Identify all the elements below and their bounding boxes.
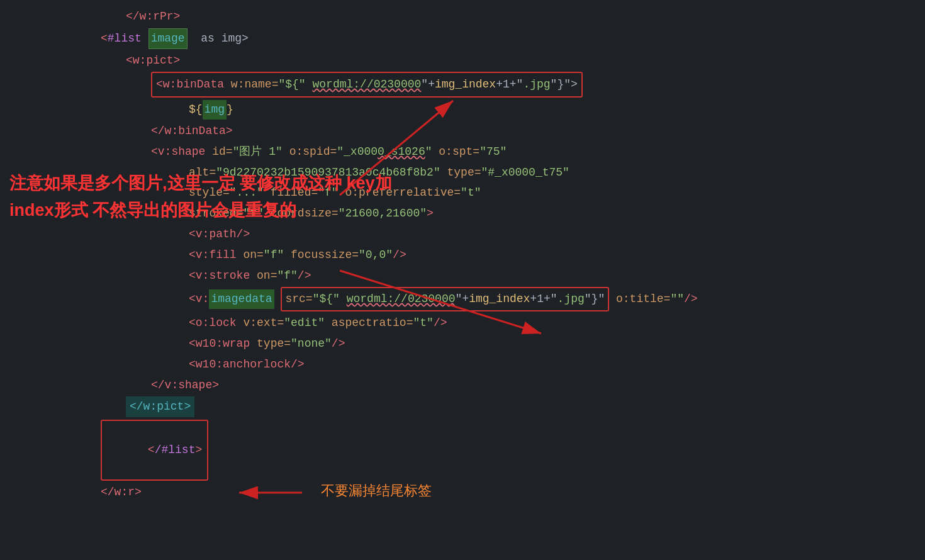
tag-list-open: <	[101, 30, 108, 48]
code-line-7: <v:shape id="图片 1" o:spid="_x0000_s1026"…	[0, 142, 925, 162]
end-list-box: </#list>	[101, 420, 208, 480]
code-line-6: </w:binData>	[0, 121, 925, 142]
image-keyword: image	[149, 28, 188, 49]
code-line-3: <w:pict>	[0, 50, 925, 71]
code-line-1: </w:rPr>	[0, 6, 925, 27]
red-box-1: <w:binData w:name="${" wordml://0230000 …	[151, 72, 583, 98]
code-line-11: <v:path/>	[0, 224, 925, 245]
annotation-bottom: 不要漏掉结尾标签	[321, 481, 432, 500]
imagedata-tag: imagedata	[209, 289, 274, 309]
code-line-13: <v:stroke on="f"/>	[0, 266, 925, 286]
tag-close-wrpr: </w:rPr>	[126, 8, 180, 26]
code-editor: </w:rPr> <#list image as img> <w:pict> <…	[0, 0, 925, 508]
code-line-16: <w10:wrap type="none"/>	[0, 333, 925, 354]
annotation-main: 注意如果是多个图片,这里一定 要修改成这种 key加index形式 不然导出的图…	[3, 170, 393, 224]
code-line-15: <o:lock v:ext="edit" aspectratio="t"/>	[0, 313, 925, 333]
code-line-20: </#list>	[0, 418, 925, 481]
code-line-5: ${img}	[0, 99, 925, 121]
code-line-19: </w:pict>	[0, 395, 925, 418]
code-line-14: <v:imagedata src="${" wordml://0230000 "…	[0, 286, 925, 313]
code-line-4: <w:binData w:name="${" wordml://0230000 …	[0, 70, 925, 99]
code-line-12: <v:fill on="f" focussize="0,0"/>	[0, 245, 925, 266]
red-box-2: src="${" wordml://0230000 "+img_index+1+…	[281, 287, 609, 311]
code-line-2: <#list image as img>	[0, 27, 925, 50]
code-line-17: <w10:anchorlock/>	[0, 354, 925, 375]
code-line-21: </w:r>	[0, 482, 925, 503]
code-line-18: </v:shape>	[0, 375, 925, 396]
